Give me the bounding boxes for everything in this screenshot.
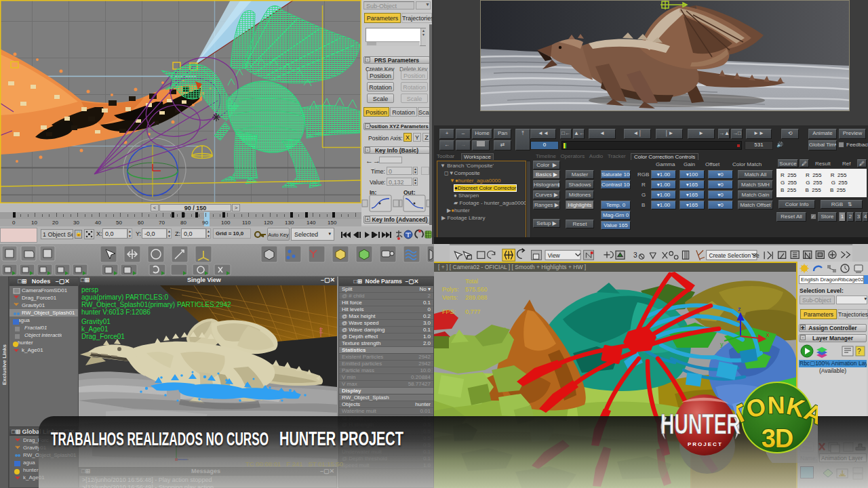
svg-text:70: 70 [159, 220, 165, 226]
svg-text:10: 10 [31, 220, 37, 226]
svg-text:90: 90 [202, 220, 208, 226]
svg-text:PROJECT: PROJECT [688, 441, 723, 447]
svg-text:30: 30 [73, 220, 79, 226]
svg-text:Polys:: Polys: [442, 286, 459, 293]
svg-text:Drag_Force01: Drag_Force01 [81, 333, 125, 340]
svg-text:110: 110 [242, 220, 251, 226]
svg-text:persp: persp [81, 286, 98, 293]
svg-text:RW_Object_Splash01(primary) PA: RW_Object_Splash01(primary) PARTICLES:29… [81, 301, 231, 308]
svg-text:0,777: 0,777 [465, 308, 481, 315]
svg-text:20: 20 [52, 220, 58, 226]
svg-text:140: 140 [307, 220, 316, 226]
svg-text:150: 150 [328, 220, 337, 226]
svg-text:80: 80 [180, 220, 186, 226]
svg-text:y: y [720, 341, 724, 348]
svg-text:z: z [738, 306, 741, 312]
svg-text:Gravity01: Gravity01 [81, 318, 111, 325]
svg-text:60: 60 [138, 220, 144, 226]
svg-text:Total: Total [465, 278, 478, 285]
svg-text:View: View [548, 252, 561, 259]
svg-text:x: x [766, 331, 770, 338]
svg-text:k_Age01: k_Age01 [81, 325, 108, 333]
svg-text:0: 0 [12, 220, 16, 226]
svg-text:HUNTER: HUNTER [660, 408, 741, 440]
svg-text:?: ? [857, 348, 861, 355]
svg-text:50: 50 [116, 220, 122, 226]
svg-text:3D: 3D [762, 424, 793, 453]
svg-text:575.560: 575.560 [465, 286, 488, 293]
svg-text:100: 100 [221, 220, 231, 226]
svg-text:Verts:: Verts: [442, 294, 458, 301]
svg-text:289.088: 289.088 [465, 294, 488, 301]
svg-text:FPS:: FPS: [442, 308, 456, 315]
svg-text:130: 130 [285, 220, 294, 226]
svg-text:hunter V:6013 F:12086: hunter V:6013 F:12086 [81, 308, 151, 316]
svg-text:Create Selection Se: Create Selection Se [709, 252, 760, 259]
svg-text:120: 120 [264, 220, 273, 226]
svg-text:40: 40 [95, 220, 101, 226]
svg-text:agua(primary) PARTICLES:0: agua(primary) PARTICLES:0 [81, 293, 168, 301]
svg-text:3: 3 [633, 251, 637, 259]
